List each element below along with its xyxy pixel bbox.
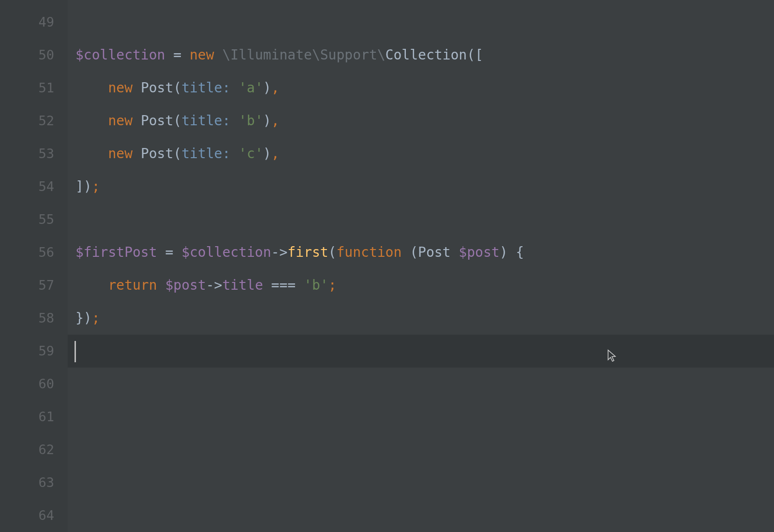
- code-token: (: [173, 113, 181, 129]
- line-number: 50: [0, 39, 68, 72]
- code-token: ,: [271, 80, 280, 96]
- code-token: ;: [328, 277, 337, 293]
- code-token: (: [173, 146, 181, 162]
- code-token: new: [108, 113, 140, 129]
- code-token: 'c': [238, 146, 263, 162]
- code-token: [75, 80, 108, 96]
- code-token: new: [108, 80, 140, 96]
- code-token: ([: [467, 47, 483, 63]
- code-token: [75, 277, 108, 293]
- code-token: $collection: [75, 47, 165, 63]
- line-number: 53: [0, 137, 68, 170]
- code-line[interactable]: return $post->title === 'b';: [68, 269, 774, 302]
- code-token: function: [336, 244, 410, 260]
- code-token: Collection: [386, 47, 467, 63]
- code-token: }): [75, 310, 92, 326]
- code-token: title:: [181, 146, 238, 162]
- line-number: 51: [0, 72, 68, 104]
- code-line[interactable]: $firstPost = $collection->first(function…: [68, 236, 774, 269]
- code-token: $collection: [181, 244, 271, 260]
- code-token: =: [165, 47, 190, 63]
- line-number: 63: [0, 466, 68, 499]
- code-line[interactable]: [68, 400, 774, 433]
- code-token: ;: [92, 178, 100, 194]
- code-token: first: [287, 244, 328, 260]
- code-token: return: [108, 277, 165, 293]
- code-token: ;: [92, 310, 100, 326]
- code-token: ): [263, 80, 271, 96]
- code-line[interactable]: new Post(title: 'c'),: [68, 137, 774, 170]
- line-number: 61: [0, 400, 68, 433]
- code-token: ) {: [500, 244, 524, 260]
- code-token: Post: [141, 113, 173, 129]
- code-token: 'b': [238, 113, 263, 129]
- line-number: 64: [0, 499, 68, 532]
- code-token: (: [410, 244, 418, 260]
- line-number: 57: [0, 269, 68, 302]
- code-token: ===: [263, 277, 304, 293]
- code-line[interactable]: $collection = new \Illuminate\Support\Co…: [68, 39, 774, 72]
- code-line[interactable]: [68, 466, 774, 499]
- line-number: 54: [0, 170, 68, 203]
- code-token: (: [328, 244, 337, 260]
- code-line[interactable]: ]);: [68, 170, 774, 203]
- code-token: $post: [459, 244, 499, 260]
- code-token: title:: [181, 113, 238, 129]
- code-token: Post: [141, 80, 173, 96]
- code-line[interactable]: });: [68, 302, 774, 335]
- code-token: [75, 146, 108, 162]
- code-area[interactable]: $collection = new \Illuminate\Support\Co…: [68, 0, 774, 532]
- text-caret: [74, 341, 76, 362]
- line-number-gutter: 49505152535455565758596061626364: [0, 0, 68, 532]
- code-token: $firstPost: [75, 244, 157, 260]
- code-token: 'b': [304, 277, 328, 293]
- code-token: ,: [271, 146, 280, 162]
- line-number: 59: [0, 335, 68, 368]
- line-number: 55: [0, 203, 68, 236]
- code-token: ): [263, 113, 271, 129]
- code-token: ): [263, 146, 271, 162]
- code-token: title: [222, 277, 263, 293]
- code-line[interactable]: new Post(title: 'b'),: [68, 104, 774, 137]
- code-token: (: [173, 80, 181, 96]
- code-token: Post: [141, 146, 173, 162]
- code-token: ,: [271, 113, 280, 129]
- code-token: new: [108, 146, 140, 162]
- line-number: 58: [0, 302, 68, 335]
- code-token: Post: [418, 244, 459, 260]
- code-line[interactable]: [68, 203, 774, 236]
- line-number: 56: [0, 236, 68, 269]
- line-number: 49: [0, 6, 68, 39]
- code-line[interactable]: [68, 6, 774, 39]
- code-token: =: [157, 244, 182, 260]
- code-line[interactable]: [68, 499, 774, 532]
- code-token: title:: [181, 80, 238, 96]
- code-line[interactable]: new Post(title: 'a'),: [68, 72, 774, 104]
- code-line[interactable]: [68, 335, 774, 368]
- code-token: $post: [165, 277, 206, 293]
- code-token: [75, 113, 108, 129]
- code-token: \Illuminate\Support\: [222, 47, 385, 63]
- code-line[interactable]: [68, 368, 774, 400]
- line-number: 60: [0, 368, 68, 400]
- code-editor[interactable]: 49505152535455565758596061626364 $collec…: [0, 0, 774, 532]
- code-token: ->: [206, 277, 223, 293]
- code-token: ]): [75, 178, 92, 194]
- line-number: 52: [0, 104, 68, 137]
- line-number: 62: [0, 433, 68, 466]
- code-token: new: [190, 47, 222, 63]
- code-token: ->: [271, 244, 288, 260]
- code-token: 'a': [238, 80, 263, 96]
- code-line[interactable]: [68, 433, 774, 466]
